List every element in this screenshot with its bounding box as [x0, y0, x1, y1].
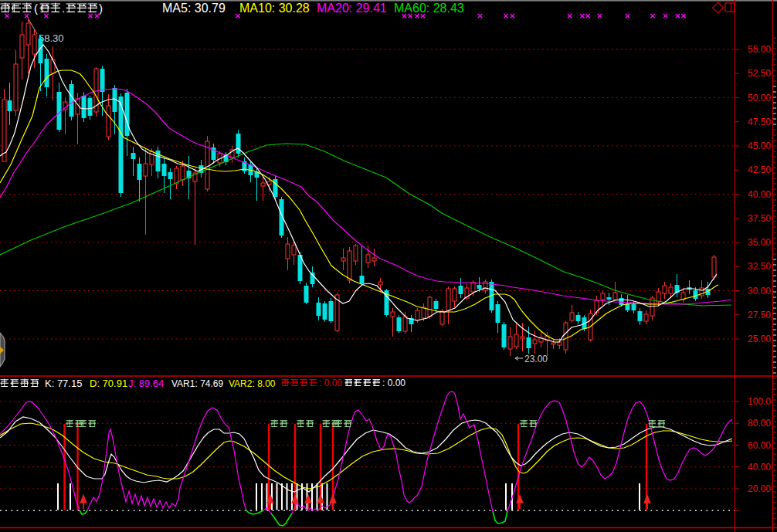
svg-text:VAR1: 74.69: VAR1: 74.69 — [171, 378, 223, 389]
svg-text:40.00: 40.00 — [748, 189, 771, 200]
svg-text:50.00: 50.00 — [748, 93, 771, 103]
svg-text:42.50: 42.50 — [748, 164, 771, 175]
svg-text:MA20: 29.41: MA20: 29.41 — [317, 2, 387, 15]
svg-text:VAR2: 8.00: VAR2: 8.00 — [229, 378, 276, 389]
svg-text:40.00: 40.00 — [748, 462, 771, 473]
svg-text:55.00: 55.00 — [748, 44, 771, 55]
svg-text:35.00: 35.00 — [748, 237, 771, 248]
svg-text:20.00: 20.00 — [748, 483, 771, 494]
svg-text:: 0.00: : 0.00 — [319, 378, 342, 388]
svg-text:30.00: 30.00 — [748, 286, 771, 296]
svg-text:MA60: 28.43: MA60: 28.43 — [394, 2, 464, 15]
svg-text:47.50: 47.50 — [748, 117, 771, 127]
svg-text:J: 89.64: J: 89.64 — [128, 378, 164, 389]
svg-text:60.00: 60.00 — [748, 440, 771, 451]
svg-text:.: . — [62, 2, 65, 15]
svg-text:: 0.00: : 0.00 — [382, 378, 405, 388]
svg-text:80.00: 80.00 — [748, 418, 771, 429]
svg-text:): ) — [99, 2, 103, 15]
svg-text:27.50: 27.50 — [748, 310, 771, 320]
svg-text:23.00: 23.00 — [524, 354, 548, 364]
svg-text:D: 70.91: D: 70.91 — [90, 378, 127, 389]
svg-text:52.50: 52.50 — [748, 68, 771, 79]
svg-text:25.00: 25.00 — [748, 334, 771, 344]
svg-text:37.50: 37.50 — [748, 213, 771, 224]
svg-text:100.0: 100.0 — [748, 396, 771, 407]
svg-text:K: 77.15: K: 77.15 — [45, 378, 82, 389]
svg-text:45.00: 45.00 — [748, 141, 771, 151]
svg-text:(: ( — [34, 2, 38, 15]
svg-text:MA5: 30.79: MA5: 30.79 — [162, 2, 226, 15]
svg-text:32.50: 32.50 — [748, 261, 771, 272]
svg-text:MA10: 30.28: MA10: 30.28 — [239, 2, 310, 15]
